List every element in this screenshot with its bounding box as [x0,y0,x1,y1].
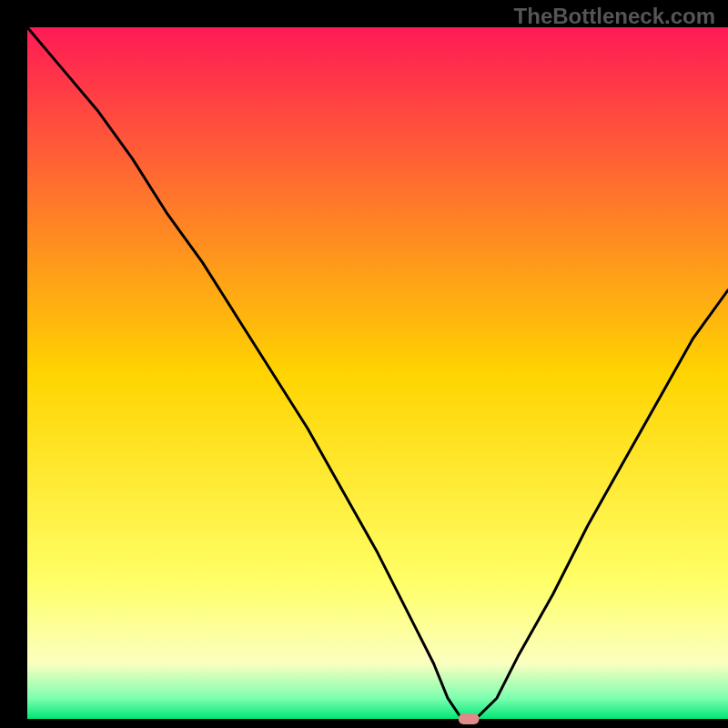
bottleneck-chart-svg [0,0,728,728]
plot-background [27,27,728,719]
watermark-label: TheBottleneck.com [514,4,715,29]
current-point-marker [459,713,480,724]
chart-frame: TheBottleneck.com [0,0,728,728]
